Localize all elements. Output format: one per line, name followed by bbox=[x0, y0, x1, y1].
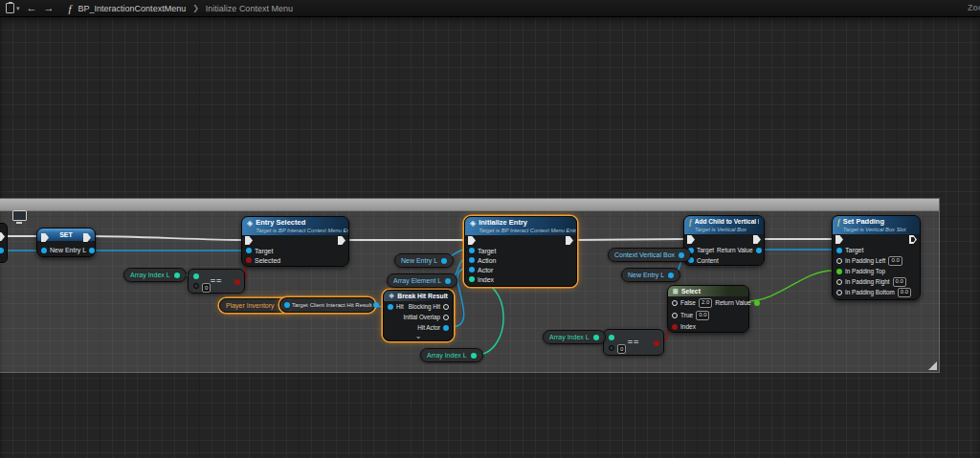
node-title: Select bbox=[681, 288, 701, 294]
breadcrumb-root[interactable]: BP_InteractionContextMenu bbox=[78, 4, 187, 13]
node-break-hit-result[interactable]: ❖ Break Hit Result Hit Blocking Hit Init… bbox=[383, 290, 454, 341]
pin-hit-actor[interactable] bbox=[443, 325, 449, 331]
node-header: ❖ Break Hit Result bbox=[384, 291, 453, 301]
node-set-padding[interactable]: f Set Padding Target is Vertical Box Slo… bbox=[832, 215, 921, 300]
var-out-pin[interactable] bbox=[445, 278, 451, 284]
forward-button[interactable]: → bbox=[44, 3, 55, 13]
pin-hit[interactable] bbox=[388, 304, 393, 310]
var-label: Context Vertical Box bbox=[614, 251, 675, 258]
exec-out-pin[interactable] bbox=[566, 236, 573, 245]
var-array-element-l[interactable]: Array Element L bbox=[387, 273, 457, 288]
value-field[interactable]: 0.0 bbox=[898, 288, 911, 297]
var-out-pin[interactable] bbox=[174, 273, 180, 278]
pin-label: Selected bbox=[255, 257, 280, 264]
node-title: Break Hit Result bbox=[397, 293, 448, 299]
exec-in-pin[interactable] bbox=[835, 235, 843, 244]
var-context-vertical-box[interactable]: Context Vertical Box bbox=[608, 248, 691, 262]
exec-out-pin[interactable] bbox=[753, 235, 761, 244]
monitor-icon bbox=[12, 210, 27, 221]
pin-label: Target bbox=[697, 247, 714, 253]
pin-label: False bbox=[680, 299, 696, 306]
pin-initial-overlap[interactable] bbox=[443, 315, 449, 320]
pin-target[interactable] bbox=[284, 302, 290, 308]
pin-in-padding-right[interactable] bbox=[836, 279, 842, 285]
value-field[interactable]: 2.0 bbox=[699, 298, 712, 308]
graph-canvas[interactable]: SET New Entry L ◈ Entry Selected Target … bbox=[0, 17, 980, 458]
pin-action[interactable] bbox=[469, 257, 475, 263]
node-client-interact-hit-result[interactable]: Target Client Interact Hit Result bbox=[279, 297, 375, 313]
node-subtitle: Target is BP Interact Context Menu Entry bbox=[256, 228, 348, 234]
comment-resize-handle[interactable] bbox=[928, 361, 937, 370]
pin-label: Return Value bbox=[717, 247, 752, 253]
pin-label: In Padding Top bbox=[845, 268, 885, 274]
exec-out-pin[interactable] bbox=[338, 236, 345, 245]
pin-target[interactable] bbox=[246, 248, 252, 253]
var-array-index-l[interactable]: Array Index L bbox=[123, 268, 187, 282]
breadcrumb-current[interactable]: Initialize Context Menu bbox=[206, 4, 293, 13]
pin-label: Hit bbox=[396, 303, 404, 310]
pin-label: In Padding Left bbox=[845, 257, 885, 264]
var-new-entry-l-2[interactable]: New Entry L bbox=[621, 268, 680, 282]
var-array-index-l-mid[interactable]: Array Index L bbox=[543, 330, 606, 344]
pin-target[interactable] bbox=[469, 248, 475, 253]
value-field[interactable]: 0.0 bbox=[888, 256, 902, 266]
pin-in-padding-top[interactable] bbox=[836, 269, 842, 274]
pin-in-padding-left[interactable] bbox=[836, 258, 842, 264]
pin-result[interactable] bbox=[654, 340, 659, 346]
var-out-pin[interactable] bbox=[679, 252, 684, 258]
var-new-entry-l[interactable]: New Entry L bbox=[394, 253, 454, 268]
clipboard-menu-button[interactable]: ▾ bbox=[6, 3, 20, 13]
node-equal-a[interactable]: 0 == bbox=[188, 269, 245, 294]
value-field[interactable]: 0.0 bbox=[696, 311, 709, 320]
node-header: ◈ Entry Selected Target is BP Interact C… bbox=[242, 217, 348, 235]
node-header: ◈ Initialize Entry Target is BP Interact… bbox=[465, 217, 576, 235]
pin-return-value[interactable] bbox=[754, 300, 760, 306]
node-add-child-to-vertical-box[interactable]: f Add Child to Vertical Box Target is Ve… bbox=[683, 215, 765, 266]
pin-label: Content bbox=[697, 257, 719, 264]
object-out-pin[interactable] bbox=[0, 248, 4, 253]
pin-false[interactable] bbox=[672, 300, 678, 306]
var-label: New Entry L bbox=[401, 257, 437, 264]
pin-in-padding-bottom[interactable] bbox=[836, 290, 842, 295]
node-select[interactable]: ⊞ Select False 2.0 Return Value True 0.0… bbox=[667, 285, 749, 333]
pin-label: Target bbox=[255, 248, 273, 254]
pin-index[interactable] bbox=[469, 276, 475, 282]
expand-chevron-icon[interactable]: ⌄ bbox=[384, 333, 453, 340]
pin-result[interactable] bbox=[234, 279, 240, 285]
pin-label: Hit Actor bbox=[417, 324, 440, 331]
pin-label: Index bbox=[478, 276, 494, 283]
pin-index[interactable] bbox=[672, 324, 678, 330]
pin-blocking-hit[interactable] bbox=[443, 304, 449, 310]
pin-actor[interactable] bbox=[469, 267, 475, 273]
exec-in-pin[interactable] bbox=[468, 236, 476, 245]
exec-out-pin[interactable] bbox=[0, 232, 5, 241]
pin-true[interactable] bbox=[672, 313, 678, 318]
var-array-index-l-bottom[interactable]: Array Index L bbox=[420, 348, 483, 362]
var-out-pin[interactable] bbox=[441, 258, 447, 264]
var-out-pin[interactable] bbox=[593, 335, 599, 340]
var-out-pin[interactable] bbox=[668, 273, 674, 278]
node-title: Set Padding bbox=[843, 218, 906, 227]
pin-return-value[interactable] bbox=[756, 248, 762, 253]
pin-new-entry-in[interactable] bbox=[41, 248, 47, 253]
pin-target[interactable] bbox=[836, 248, 842, 253]
node-equal-b[interactable]: 0 == bbox=[603, 329, 664, 356]
exec-in-pin[interactable] bbox=[245, 236, 253, 245]
value-field[interactable]: 0.0 bbox=[893, 277, 906, 287]
pin-new-entry-out[interactable] bbox=[89, 248, 95, 253]
function-icon: f bbox=[689, 218, 692, 227]
pin-label: In Padding Bottom bbox=[845, 289, 895, 295]
exec-out-pin[interactable] bbox=[909, 235, 917, 244]
node-initialize-entry[interactable]: ◈ Initialize Entry Target is BP Interact… bbox=[464, 216, 577, 287]
pin-selected[interactable] bbox=[246, 257, 252, 263]
back-button[interactable]: ← bbox=[27, 3, 37, 13]
chevron-down-icon: ▾ bbox=[16, 5, 20, 12]
node-entry-selected[interactable]: ◈ Entry Selected Target is BP Interact C… bbox=[241, 216, 349, 267]
comment-header[interactable] bbox=[0, 199, 939, 211]
offscreen-node[interactable] bbox=[0, 223, 8, 263]
node-title: Initialize Entry bbox=[479, 219, 576, 228]
exec-in-pin[interactable] bbox=[687, 235, 695, 244]
var-out-pin[interactable] bbox=[471, 353, 477, 359]
node-set-new-entry[interactable]: SET New Entry L bbox=[36, 228, 96, 257]
var-label: Player Inventory bbox=[226, 302, 275, 309]
